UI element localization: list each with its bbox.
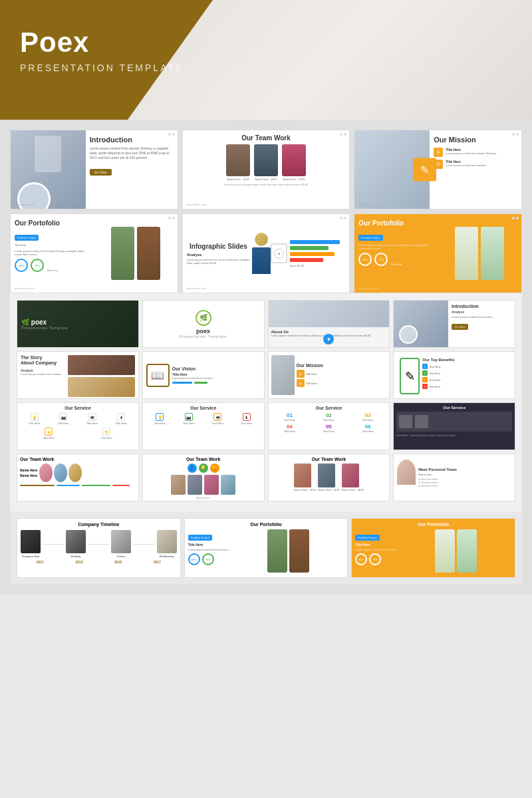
slide-infographic[interactable]: Infographic Slides Analyze Lorem ipsum c… <box>182 213 350 293</box>
pb1-circle-1: 60% <box>188 553 200 565</box>
portfolio-content: Our Portofolio Portfolio Project Title H… <box>11 214 94 293</box>
team-member-2: Name Here - 2015 <box>254 144 278 181</box>
bar-t1-3 <box>82 485 110 486</box>
thumb-about-us[interactable]: ▼ About Us Lorem ipsum content from sect… <box>268 300 390 348</box>
t3-member-3: Name Here - 2016 <box>342 464 364 491</box>
s2-item-2: 📷 Text Here <box>183 413 194 425</box>
portfolio2-title: Our Portofolio <box>358 219 434 227</box>
vision-title: Our Vision <box>172 366 215 371</box>
portfolio2-text: Lorem ipsum content from section Drimary… <box>358 243 434 250</box>
timeline-years: 2011 2013 2015 2017 <box>21 560 177 564</box>
intro-content: Introduction Lorem ipsum content from se… <box>86 130 178 209</box>
meet-title: Meet Personal Team <box>418 467 457 471</box>
mission2-text-2: Title Here <box>306 382 317 385</box>
vision-content: Our Vision Title Here Lorem ipsum conten… <box>172 366 215 384</box>
thumb-story[interactable]: The StoryAbout Company Analyze Lorem ips… <box>17 351 139 399</box>
s3-label-5: Text Here <box>310 430 347 433</box>
featured-row-1: Introduction Lorem ipsum content from se… <box>10 130 522 209</box>
bar-1 <box>290 240 340 244</box>
thumb-benefits[interactable]: ✎ Our Top Benefits ✓ Text Here ✓ Text He… <box>393 351 515 399</box>
tl-item-3: Interior <box>111 530 131 558</box>
portfolio-b1-badge: Portfolio Project <box>188 535 212 541</box>
thumb-service-4-dark[interactable]: Our Service Text Here - Lorem ipsum cont… <box>393 402 515 450</box>
s2-item-3: 💻 Text Here <box>212 413 223 425</box>
thumb-team-3[interactable]: Our Team Work Name Here - 2014 Name Here… <box>268 454 390 501</box>
slide-introduction[interactable]: Introduction Lorem ipsum content from se… <box>10 130 178 209</box>
svc-item-3: 💻 Title Here <box>86 413 98 425</box>
slide-portfolio-2[interactable]: Our Portofolio Portfolio Project Lorem i… <box>354 213 522 293</box>
thumb-meet-team[interactable]: Meet Personal Team Name Here ● Text Item… <box>393 454 515 501</box>
dot <box>172 133 175 136</box>
member-photo-1 <box>226 144 250 176</box>
slide-portfolio-bottom-1[interactable]: Our Portofolio Portfolio Project Title H… <box>184 518 348 578</box>
slide-mission[interactable]: ✎ Our Mission ① Title Here Lorem ipsum c… <box>354 130 522 209</box>
portfolio-b1-left: Portfolio Project Title Here Lorem ipsum… <box>188 529 265 573</box>
s2-label-4: Text Here <box>241 422 252 425</box>
thumbs-row-1: 🌿 poex Presentation Template 🌿 poex Pres… <box>17 300 515 348</box>
svc-icon-1: 💡 <box>31 413 39 421</box>
portfolio-title: Our Portofolio <box>15 219 90 227</box>
portfolio-b1-images <box>267 529 344 573</box>
tl-label-1: Company Start <box>21 555 41 558</box>
portfolio-b2-left: Portfolio Project Title Here Lorem ipsum… <box>355 529 432 573</box>
team-member-3: Name Here - 2016 <box>282 144 306 181</box>
slide-portfolio-1[interactable]: Our Portofolio Portfolio Project Title H… <box>10 213 178 293</box>
portfolio-b1-title: Our Portofolio <box>188 522 344 527</box>
team2-photo-1 <box>171 475 186 495</box>
mission2-item-2: ② Title Here <box>297 379 323 387</box>
svc-icon-6: 📁 <box>102 428 110 436</box>
service3-title: Our Service <box>271 406 387 410</box>
benefits-icon: ✎ <box>400 358 420 394</box>
tl-line-1 <box>43 544 64 545</box>
s3-label-4: Text Here <box>271 430 309 433</box>
dot <box>516 217 519 219</box>
thumb-intro-2[interactable]: Introduction Analyze Lorem ipsum content… <box>393 300 515 348</box>
thumbs-row-4: Our Team Work Name Here Name Here <box>17 454 515 501</box>
story-body: Lorem ipsum content from section... <box>21 372 65 376</box>
tl-item-4: Relationship <box>157 530 177 558</box>
dot <box>512 217 515 219</box>
watch-clock: ⊙ <box>274 249 284 259</box>
thumb-mission-2[interactable]: Our Mission ① Title Here ② Title Here <box>268 351 390 399</box>
go-view-button[interactable]: Go View <box>90 169 112 176</box>
check-2: ✓ <box>422 370 428 376</box>
vision-body: Lorem ipsum content from section... <box>172 376 215 380</box>
dot <box>344 217 346 219</box>
thumb-service-1[interactable]: Our Service 💡 Title Here 📷 Title Here 💻 … <box>17 402 139 450</box>
t3-photo-2 <box>318 464 335 487</box>
service4-image-row <box>396 412 512 432</box>
svc-item-5: ⭐ Text Here <box>43 428 55 440</box>
tl-label-3: Interior <box>111 555 131 558</box>
figure-container <box>252 233 271 274</box>
dot <box>340 133 342 136</box>
thumb-team-2[interactable]: Our Team Work 👤 💡 🏆 Name Here <box>142 454 265 501</box>
svc-label-3: Title Here <box>86 422 98 425</box>
portfolio-b2-content: Portfolio Project Title Here Lorem ipsum… <box>355 529 511 573</box>
circle-p2-label-1: 60% <box>362 258 368 261</box>
watermark: poex-theme.com <box>15 203 35 206</box>
s3-label-1: Text Here <box>271 418 309 422</box>
white-logo-sub: Presentation Template <box>180 334 227 338</box>
thumb-vision[interactable]: 📖 Our Vision Title Here Lorem ipsum cont… <box>142 351 265 399</box>
watermark: poex-theme.com <box>187 287 207 290</box>
s3-label-3: Text Here <box>349 418 386 422</box>
thumb-service-3[interactable]: Our Service 01 Text Here 02 Text Here 03… <box>268 402 390 450</box>
corner-decoration <box>168 217 175 219</box>
meet-avatar <box>397 460 416 485</box>
slide-portfolio-bottom-2[interactable]: Our Portofolio Portfolio Project Title H… <box>351 518 515 578</box>
s3-label-6: Text Here <box>349 430 386 433</box>
thumb-poex-dark[interactable]: 🌿 poex Presentation Template <box>17 300 139 348</box>
thumb-team-1[interactable]: Our Team Work Name Here Name Here <box>17 454 139 501</box>
dark-logo-container: 🌿 poex Presentation Template <box>21 319 68 330</box>
thumb-service-2[interactable]: Our Service 💡 Text Here 📷 Text Here 💻 Te… <box>142 402 265 450</box>
dot <box>512 133 515 136</box>
t3-member-1: Name Here - 2014 <box>294 464 316 491</box>
corner-decoration <box>512 217 519 219</box>
slide-timeline[interactable]: Company Timeline Company Start Building <box>17 518 181 578</box>
s3-num-6: 06 <box>349 424 386 430</box>
slide-team-work[interactable]: Our Team Work Name Here - 2014 Name Here… <box>182 130 350 209</box>
s3-item-6: 06 Text Here <box>349 424 386 433</box>
service2-icons: 💡 Text Here 📷 Text Here 💻 Text Here ⬇ Te… <box>146 413 261 425</box>
thumb-poex-white[interactable]: 🌿 poex Presentation Template <box>142 300 265 348</box>
s3-item-1: 01 Text Here <box>271 412 309 422</box>
